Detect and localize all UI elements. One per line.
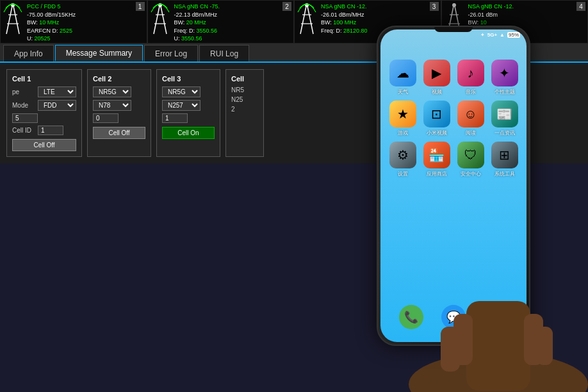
svg-point-19 xyxy=(452,3,456,7)
app-icon-security[interactable]: 🛡 安全中心 xyxy=(456,142,485,177)
signal-5g-icon: 5G+ xyxy=(487,32,497,38)
app-icon-mi-video[interactable]: ⊡ 小米视频 xyxy=(422,101,451,136)
cell-box-4: Cell NR5 N25 2 xyxy=(225,69,264,157)
app-games-label: 游戏 xyxy=(398,129,408,136)
cell-4-band-label: N25 xyxy=(231,96,243,103)
app-icon-tools[interactable]: ⊞ 系统工具 xyxy=(490,142,519,177)
app-games-img: ★ xyxy=(389,101,416,127)
tab-rui-log[interactable]: RUI Log xyxy=(199,45,249,61)
cell-2-btn[interactable]: Cell Off xyxy=(93,127,145,139)
app-icon-read[interactable]: ☺ 阅读 xyxy=(456,101,485,136)
cell-3-value-field xyxy=(162,113,215,123)
signal-panel-2: 2 NSA gNB CN -75. -22.13 dBm/MHz BW: 20 … xyxy=(147,0,295,44)
cell-box-3: Cell 3 NR5G LTE N257 N78 Cell On xyxy=(156,69,220,157)
svg-line-6 xyxy=(160,3,167,34)
app-icon-news[interactable]: 📰 一点资讯 xyxy=(490,101,519,136)
app-settings-img: ⚙ xyxy=(389,142,416,168)
cell-1-band-field xyxy=(12,113,76,123)
cell-3-type-select[interactable]: NR5G LTE xyxy=(162,86,200,97)
phone-notch xyxy=(434,27,473,32)
app-tools-img: ⊞ xyxy=(491,142,518,168)
app-icon-theme[interactable]: ✦ 个性主题 xyxy=(490,60,519,95)
cell-3-title: Cell 3 xyxy=(162,75,215,83)
panel-1-data: PCC / FDD 5 -75.00 dBm/15KHz BW: 10 MHz … xyxy=(27,3,143,44)
app-icon-games[interactable]: ★ 游戏 xyxy=(388,101,417,136)
app-settings-label: 设置 xyxy=(398,170,408,177)
cell-2-title: Cell 2 xyxy=(93,75,145,83)
cell-1-type-select[interactable]: LTE NR5G xyxy=(38,86,76,97)
app-appstore-label: 应用商店 xyxy=(427,170,447,177)
panel-num-2: 2 xyxy=(282,2,291,11)
bluetooth-icon: ✦ xyxy=(480,32,485,38)
svg-line-5 xyxy=(154,3,160,34)
cell-4-type-label: NR5 xyxy=(231,86,244,94)
cell-2-type-select[interactable]: NR5G LTE xyxy=(93,86,131,97)
app-mi-video-img: ⊡ xyxy=(423,101,450,127)
svg-rect-21 xyxy=(466,301,530,391)
cell-4-band-field: N25 xyxy=(231,96,258,103)
tab-message-summary[interactable]: Message Summary xyxy=(55,45,143,61)
app-icon-video[interactable]: ▶ 视频 xyxy=(422,60,451,95)
cell-box-1: Cell 1 pe LTE NR5G Mode FDD TDD Cell ID xyxy=(6,69,82,157)
app-icon-appstore[interactable]: 🏪 应用商店 xyxy=(422,142,451,177)
app-video-img: ▶ xyxy=(423,60,450,86)
app-read-img: ☺ xyxy=(457,101,484,127)
app-theme-label: 个性主题 xyxy=(494,88,515,95)
cell-1-mode-field: Mode FDD TDD xyxy=(12,100,76,111)
app-music-img: ♪ xyxy=(457,60,484,86)
cell-2-value-input[interactable] xyxy=(93,113,118,123)
svg-line-1 xyxy=(13,3,19,34)
app-news-label: 一点资讯 xyxy=(494,129,515,136)
cell-1-title: Cell 1 xyxy=(12,75,76,83)
app-appstore-img: 🏪 xyxy=(423,142,450,168)
cell-3-btn[interactable]: Cell On xyxy=(162,127,215,139)
hand-silhouette xyxy=(402,263,588,392)
app-tools-label: 系统工具 xyxy=(494,170,515,177)
app-icon-music[interactable]: ♪ 音乐 xyxy=(456,60,485,95)
cell-2-value-field xyxy=(93,113,145,123)
svg-line-11 xyxy=(307,3,313,34)
svg-line-10 xyxy=(300,3,307,34)
battery-indicator: 95% xyxy=(507,32,520,38)
cell-3-band-field: N257 N78 xyxy=(162,100,215,111)
cell-3-band-select[interactable]: N257 N78 xyxy=(162,100,200,111)
app-icon-settings[interactable]: ⚙ 设置 xyxy=(388,142,417,177)
app-video-label: 视频 xyxy=(432,88,442,95)
cell-4-value-label: 2 xyxy=(231,106,235,113)
cell-1-band-input[interactable] xyxy=(12,113,38,123)
panel-num-1: 1 xyxy=(136,2,145,11)
tower-icon-3 xyxy=(297,3,316,38)
cell-1-id-label: Cell ID xyxy=(12,127,38,134)
cell-1-type-label: pe xyxy=(12,88,38,95)
cell-2-band-select[interactable]: N78 N257 xyxy=(93,100,131,111)
cell-1-mode-select[interactable]: FDD TDD xyxy=(38,100,76,111)
tab-app-info[interactable]: App Info xyxy=(3,45,54,61)
panel-num-4: 4 xyxy=(576,2,585,11)
cell-1-id-input[interactable] xyxy=(38,126,63,135)
cell-box-2: Cell 2 NR5G LTE N78 N257 Cell Off xyxy=(87,69,151,157)
cell-4-title: Cell xyxy=(231,75,258,83)
svg-line-0 xyxy=(6,3,13,34)
svg-rect-24 xyxy=(441,327,460,372)
panel-2-data: NSA gNB CN -75. -22.13 dBm/MHz BW: 20 MH… xyxy=(174,3,291,44)
app-music-label: 音乐 xyxy=(466,88,476,95)
cell-3-type-field: NR5G LTE xyxy=(162,86,215,97)
cell-1-mode-label: Mode xyxy=(12,102,38,109)
tab-error-log[interactable]: Error Log xyxy=(144,45,198,61)
app-security-img: 🛡 xyxy=(457,142,484,168)
signal-panel-1: 1 PCC / FDD 5 -75.00 dBm/15KHz BW: 10 MH… xyxy=(0,0,147,44)
tower-icon-1 xyxy=(3,3,22,38)
app-news-img: 📰 xyxy=(491,101,518,127)
cell-3-value-input[interactable] xyxy=(162,113,188,123)
app-mi-video-label: 小米视频 xyxy=(427,129,447,136)
app-security-label: 安全中心 xyxy=(461,170,481,177)
cell-1-id-field: Cell ID xyxy=(12,126,76,135)
cell-4-type-field: NR5 xyxy=(231,86,258,94)
cell-1-type-field: pe LTE NR5G xyxy=(12,86,76,97)
app-weather-label: 天气 xyxy=(398,88,408,95)
app-weather-img: ☁ xyxy=(389,60,416,86)
app-theme-img: ✦ xyxy=(491,60,518,86)
cell-1-btn[interactable]: Cell Off xyxy=(12,139,76,151)
app-icon-weather[interactable]: ☁ 天气 xyxy=(388,60,417,95)
phone-device: ✦ 5G+ ▲ 95% ☁ 天气 ▶ 视频 ♪ 音乐 xyxy=(351,13,556,384)
